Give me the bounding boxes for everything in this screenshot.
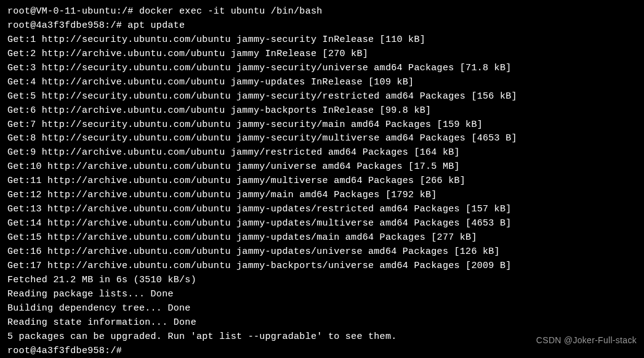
terminal-line: Get:10 http://archive.ubuntu.com/ubuntu …: [7, 160, 637, 174]
terminal-line: Get:5 http://security.ubuntu.com/ubuntu …: [7, 90, 637, 104]
terminal-line: Get:12 http://archive.ubuntu.com/ubuntu …: [7, 189, 637, 203]
terminal-line: Get:17 http://archive.ubuntu.com/ubuntu …: [7, 259, 637, 274]
terminal-line: Get:8 http://security.ubuntu.com/ubuntu …: [7, 132, 637, 146]
terminal-line: Get:13 http://archive.ubuntu.com/ubuntu …: [7, 203, 637, 217]
terminal-line: root@VM-0-11-ubuntu:/# docker exec -it u…: [7, 5, 637, 19]
terminal-line: Get:2 http://archive.ubuntu.com/ubuntu j…: [7, 47, 637, 62]
terminal-line: Get:16 http://archive.ubuntu.com/ubuntu …: [7, 245, 637, 259]
terminal-line: Get:11 http://archive.ubuntu.com/ubuntu …: [7, 174, 637, 189]
terminal-output[interactable]: root@VM-0-11-ubuntu:/# docker exec -it u…: [7, 5, 637, 358]
terminal-line: Get:15 http://archive.ubuntu.com/ubuntu …: [7, 231, 637, 245]
terminal-line: Get:7 http://security.ubuntu.com/ubuntu …: [7, 118, 637, 132]
terminal-line: Get:14 http://archive.ubuntu.com/ubuntu …: [7, 217, 637, 231]
terminal-line: Fetched 21.2 MB in 6s (3510 kB/s): [7, 274, 637, 288]
terminal-line: Reading state information... Done: [7, 316, 637, 330]
terminal-line: Get:9 http://archive.ubuntu.com/ubuntu j…: [7, 146, 637, 160]
terminal-line: Get:4 http://archive.ubuntu.com/ubuntu j…: [7, 76, 637, 90]
terminal-line: Get:1 http://security.ubuntu.com/ubuntu …: [7, 33, 637, 47]
terminal-line: Get:3 http://security.ubuntu.com/ubuntu …: [7, 62, 637, 76]
terminal-line: Building dependency tree... Done: [7, 302, 637, 316]
terminal-line: Get:6 http://archive.ubuntu.com/ubuntu j…: [7, 104, 637, 118]
terminal-line: root@4a3f3fdbe958:/# apt update: [7, 19, 637, 33]
terminal-line: Reading package lists... Done: [7, 288, 637, 302]
watermark-text: CSDN @Joker-Full-stack: [536, 334, 637, 347]
